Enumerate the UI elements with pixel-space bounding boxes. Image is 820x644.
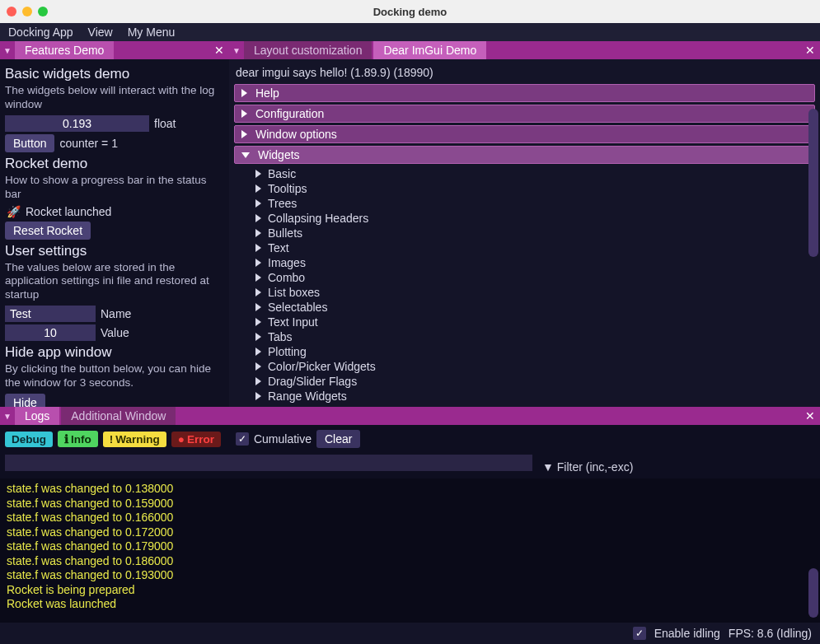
hide-button[interactable]: Hide: [5, 394, 45, 407]
arrow-right-icon: [255, 170, 261, 178]
tree-item[interactable]: Images: [237, 255, 815, 270]
tree-item[interactable]: Selectables: [237, 300, 815, 315]
tab-logs[interactable]: Logs: [15, 407, 59, 425]
tree-item[interactable]: List boxes: [237, 285, 815, 300]
macos-titlebar: Docking demo: [0, 0, 820, 23]
info-filter-button[interactable]: ℹInfo: [58, 431, 98, 447]
counter-text: counter = 1: [59, 137, 117, 150]
arrow-down-icon: [241, 152, 250, 158]
rocket-status: Rocket launched: [26, 205, 111, 218]
tree-item[interactable]: Plotting: [237, 344, 815, 359]
tree-item[interactable]: Basic: [237, 166, 815, 181]
filter-label: ▼Filter (inc,-exc): [542, 460, 633, 474]
close-tab-icon[interactable]: ✕: [209, 44, 229, 57]
tree-item[interactable]: Tooltips: [237, 181, 815, 196]
section-title-hide: Hide app window: [5, 344, 224, 361]
arrow-right-icon: [255, 333, 261, 341]
tree-item-label: Bullets: [268, 226, 302, 240]
tree-item[interactable]: Collapsing Headers: [237, 211, 815, 226]
rocket-icon: 🚀: [7, 205, 21, 218]
header-widgets[interactable]: Widgets: [234, 146, 815, 164]
close-window-icon[interactable]: [7, 7, 16, 16]
tree-item[interactable]: Tabs: [237, 329, 815, 344]
tree-item-label: Basic: [268, 167, 296, 180]
float-label: float: [154, 117, 176, 130]
tree-item-label: Combo: [268, 271, 305, 284]
tab-features-demo[interactable]: Features Demo: [15, 41, 114, 59]
cumulative-checkbox[interactable]: [236, 432, 249, 446]
tab-additional-window[interactable]: Additional Window: [61, 407, 176, 425]
maximize-window-icon[interactable]: [38, 7, 48, 16]
imgui-hello-text: dear imgui says hello! (1.89.9) (18990): [236, 66, 813, 79]
dock-grip-icon[interactable]: ▼: [0, 412, 15, 421]
enable-idling-checkbox[interactable]: [633, 627, 646, 640]
enable-idling-label: Enable idling: [654, 627, 720, 640]
section-title-basic: Basic widgets demo: [5, 66, 224, 82]
tree-item[interactable]: Text Input: [237, 315, 815, 329]
settings-desc: The values below are stored in the appli…: [5, 261, 224, 303]
tree-item-label: Color/Picker Widgets: [268, 360, 376, 373]
name-input[interactable]: Test: [5, 306, 96, 322]
bottom-tabbar: ▼ Logs Additional Window ✕: [0, 407, 820, 425]
filter-icon: ▼: [542, 460, 554, 474]
filter-bar: ▼Filter (inc,-exc): [0, 453, 820, 478]
name-label: Name: [101, 307, 131, 320]
clear-button[interactable]: Clear: [316, 430, 360, 448]
tree-item[interactable]: Trees: [237, 196, 815, 211]
filter-input[interactable]: [5, 455, 532, 471]
arrow-right-icon: [255, 214, 261, 222]
info-icon: ℹ: [64, 432, 68, 446]
tree-item-label: Range Widgets: [268, 390, 347, 403]
tree-item[interactable]: Text: [237, 240, 815, 255]
value-input[interactable]: 10: [5, 324, 96, 341]
tree-item-label: Drag/Slider Flags: [268, 375, 357, 388]
minimize-window-icon[interactable]: [22, 7, 32, 16]
tree-item[interactable]: Range Widgets: [237, 389, 815, 404]
tree-item-label: Plotting: [268, 345, 307, 358]
debug-filter-button[interactable]: Debug: [5, 432, 53, 447]
vertical-scrollbar[interactable]: [808, 568, 818, 618]
menu-view[interactable]: View: [88, 26, 113, 39]
arrow-right-icon: [255, 184, 261, 193]
error-filter-button[interactable]: ●Error: [171, 432, 221, 447]
reset-rocket-button[interactable]: Reset Rocket: [5, 222, 91, 240]
dock-grip-icon[interactable]: ▼: [0, 46, 15, 55]
close-tab-icon[interactable]: ✕: [800, 44, 820, 57]
header-configuration[interactable]: Configuration: [234, 105, 815, 123]
log-line: state.f was changed to 0.179000: [7, 539, 813, 554]
section-title-rocket: Rocket demo: [5, 156, 224, 172]
tree-item[interactable]: Combo: [237, 270, 815, 285]
arrow-right-icon: [241, 89, 247, 97]
arrow-right-icon: [255, 377, 261, 385]
tree-item-label: Collapsing Headers: [268, 212, 368, 225]
tree-item-label: List boxes: [268, 286, 320, 299]
menu-my-menu[interactable]: My Menu: [128, 26, 176, 39]
arrow-right-icon: [255, 244, 261, 252]
value-label: Value: [101, 326, 129, 339]
warning-filter-button[interactable]: !Warning: [103, 432, 166, 447]
tab-layout-customization[interactable]: Layout customization: [244, 41, 373, 59]
arrow-right-icon: [255, 392, 261, 400]
header-help[interactable]: Help: [234, 84, 815, 102]
left-tabbar: ▼ Features Demo ✕: [0, 41, 229, 59]
tree-item-label: Text Input: [268, 315, 318, 329]
tree-item[interactable]: Bullets: [237, 226, 815, 240]
header-window-options[interactable]: Window options: [234, 125, 815, 143]
tree-item[interactable]: Color/Picker Widgets: [237, 359, 815, 374]
tab-imgui-demo[interactable]: Dear ImGui Demo: [373, 41, 486, 59]
log-line: state.f was changed to 0.193000: [7, 568, 813, 583]
tree-item-label: Images: [268, 256, 306, 269]
menu-docking-app[interactable]: Docking App: [8, 26, 73, 39]
menubar: Docking App View My Menu: [0, 23, 820, 41]
arrow-right-icon: [255, 273, 261, 282]
basic-desc: The widgets below will interact with the…: [5, 84, 224, 112]
widgets-tree: BasicTooltipsTreesCollapsing HeadersBull…: [237, 166, 815, 407]
tree-item[interactable]: Drag/Slider Flags: [237, 374, 815, 389]
arrow-right-icon: [255, 199, 261, 208]
float-input[interactable]: 0.193: [5, 115, 149, 132]
vertical-scrollbar[interactable]: [808, 109, 818, 257]
arrow-right-icon: [255, 259, 261, 267]
button-widget[interactable]: Button: [5, 134, 54, 152]
dock-grip-icon[interactable]: ▼: [229, 46, 244, 55]
close-tab-icon[interactable]: ✕: [800, 409, 820, 422]
